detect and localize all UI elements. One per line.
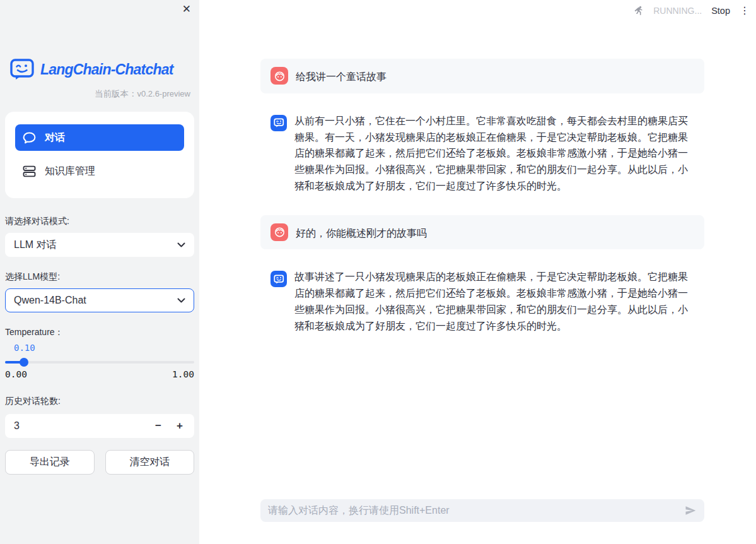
llm-model-value: Qwen-14B-Chat xyxy=(14,295,86,306)
history-rounds-input: − + xyxy=(5,414,194,438)
sidebar-item-label: 对话 xyxy=(45,131,65,145)
chat-message-user: 给我讲一个童话故事 xyxy=(260,59,704,93)
history-decrement-button[interactable]: − xyxy=(148,415,169,437)
dialog-mode-label: 请选择对话模式: xyxy=(5,216,194,227)
sidebar-close-icon[interactable]: ✕ xyxy=(182,4,191,15)
export-records-button[interactable]: 导出记录 xyxy=(5,450,95,475)
temperature-value: 0.10 xyxy=(14,343,194,353)
main-area: RUNNING... Stop ⋮ 给我讲一个童话故事 从前有一只小猪，它住在一… xyxy=(199,0,756,544)
database-icon xyxy=(23,165,36,177)
message-text: 从前有一只小猪，它住在一个小村庄里。它非常喜欢吃甜食，每天都会去村里的糖果店买糖… xyxy=(294,113,694,194)
chat-message-assistant: 故事讲述了一只小猪发现糖果店的老板娘正在偷糖果，于是它决定帮助老板娘。它把糖果店… xyxy=(260,270,704,334)
user-avatar-icon xyxy=(270,223,288,241)
llm-model-select[interactable]: Qwen-14B-Chat xyxy=(5,288,194,312)
temperature-max: 1.00 xyxy=(172,369,194,379)
running-man-icon xyxy=(632,5,644,17)
sidebar-nav: 对话 知识库管理 xyxy=(5,112,194,198)
temperature-slider-thumb[interactable] xyxy=(20,358,28,367)
message-text: 故事讲述了一只小猪发现糖果店的老板娘正在偷糖果，于是它决定帮助老板娘。它把糖果店… xyxy=(294,269,694,334)
version-label: 当前版本： xyxy=(95,89,137,98)
status-badge: RUNNING... xyxy=(653,6,702,16)
chat-message-assistant: 从前有一只小猪，它住在一个小村庄里。它非常喜欢吃甜食，每天都会去村里的糖果店买糖… xyxy=(260,114,704,194)
temperature-min: 0.00 xyxy=(5,369,27,379)
assistant-avatar-icon xyxy=(270,115,287,131)
chat-bubble-logo-icon xyxy=(10,59,35,80)
message-text: 给我讲一个童话故事 xyxy=(296,67,387,85)
llm-model-label: 选择LLM模型: xyxy=(5,271,194,283)
clear-dialog-button[interactable]: 清空对话 xyxy=(105,450,195,475)
history-rounds-label: 历史对话轮数: xyxy=(5,396,194,407)
app-header-controls: RUNNING... Stop ⋮ xyxy=(632,3,750,18)
app-logo: LangChain-Chatchat xyxy=(10,59,194,80)
chevron-down-icon xyxy=(177,298,185,303)
sidebar-item-dialogue[interactable]: 对话 xyxy=(15,124,184,151)
dialog-mode-value: LLM 对话 xyxy=(14,239,57,252)
history-rounds-field[interactable] xyxy=(14,420,148,432)
version-value: v0.2.6-preview xyxy=(137,89,190,98)
user-avatar-icon xyxy=(270,67,288,85)
history-increment-button[interactable]: + xyxy=(169,415,190,437)
chat-message-list: 给我讲一个童话故事 从前有一只小猪，它住在一个小村庄里。它非常喜欢吃甜食，每天都… xyxy=(260,59,704,355)
chat-input[interactable] xyxy=(268,505,683,516)
dialog-mode-select[interactable]: LLM 对话 xyxy=(5,233,194,257)
sidebar-item-label: 知识库管理 xyxy=(45,165,95,178)
chat-bubble-icon xyxy=(23,132,36,144)
sidebar: ✕ LangChain-Chatchat 当前版本：v0.2.6-preview… xyxy=(0,0,199,544)
temperature-range: 0.00 1.00 xyxy=(5,369,194,379)
sidebar-item-knowledge-base[interactable]: 知识库管理 xyxy=(15,158,184,184)
send-icon[interactable] xyxy=(683,503,698,518)
kebab-menu-icon[interactable]: ⋮ xyxy=(740,6,750,16)
stop-button[interactable]: Stop xyxy=(711,6,730,16)
chat-message-user: 好的，你能概述刚才的故事吗 xyxy=(260,215,704,250)
temperature-slider[interactable] xyxy=(5,361,194,364)
assistant-avatar-icon xyxy=(270,271,287,287)
message-text: 好的，你能概述刚才的故事吗 xyxy=(296,223,427,242)
temperature-label: Temperature： xyxy=(5,327,194,338)
app-title: LangChain-Chatchat xyxy=(40,61,173,78)
version-info: 当前版本：v0.2.6-preview xyxy=(5,88,194,100)
chat-input-bar xyxy=(260,499,704,522)
chevron-down-icon xyxy=(177,242,185,247)
